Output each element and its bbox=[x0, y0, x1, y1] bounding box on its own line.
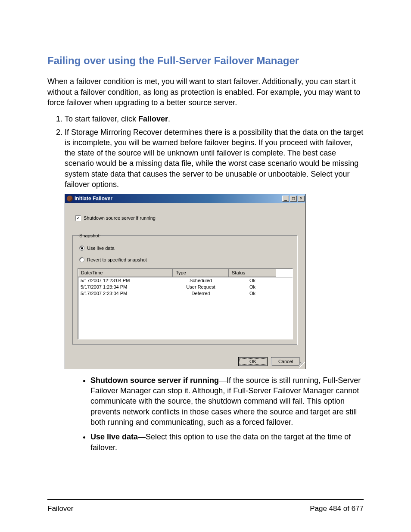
bullet-use-live-data: Use live data—Select this option to use … bbox=[90, 432, 364, 453]
use-live-data-radio[interactable] bbox=[79, 246, 84, 251]
option-bullets: Shutdown source server if running—If the… bbox=[65, 375, 364, 453]
col-datetime[interactable]: Date/Time bbox=[78, 269, 173, 277]
snapshot-list-header: Date/Time Type Status bbox=[78, 269, 293, 277]
use-live-data-radio-row[interactable]: Use live data bbox=[79, 245, 293, 252]
list-item[interactable]: 5/17/2007 1:23:04 PM User Request Ok bbox=[78, 284, 293, 290]
step-2: If Storage Mirroring Recover determines … bbox=[65, 127, 364, 453]
snapshot-list[interactable]: Date/Time Type Status 5/17/2007 12:23:04… bbox=[78, 268, 293, 339]
cell-type: Deferred bbox=[173, 290, 229, 297]
cell-datetime: 5/17/2007 1:23:04 PM bbox=[78, 284, 173, 290]
cell-type: Scheduled bbox=[173, 277, 229, 284]
step-1: To start failover, click Failover. bbox=[65, 114, 364, 124]
footer-left: Failover bbox=[47, 504, 73, 514]
cell-datetime: 5/17/2007 2:23:04 PM bbox=[78, 290, 173, 297]
step-2-text: If Storage Mirroring Recover determines … bbox=[65, 128, 363, 189]
snapshot-legend: Snapshot bbox=[78, 233, 101, 239]
revert-snapshot-radio-row[interactable]: Revert to specified snapshot bbox=[79, 257, 293, 263]
step-1-bold: Failover bbox=[138, 115, 168, 123]
ok-button[interactable]: OK bbox=[238, 357, 268, 366]
cell-datetime: 5/17/2007 12:23:04 PM bbox=[78, 277, 173, 284]
resize-grip-icon[interactable] bbox=[299, 362, 305, 368]
dialog-titlebar: Initiate Failover _ □ × bbox=[65, 194, 305, 203]
cell-status: Ok bbox=[229, 290, 276, 297]
use-live-data-label: Use live data bbox=[87, 245, 115, 252]
cell-status: Ok bbox=[229, 284, 276, 290]
page-footer: Failover Page 484 of 677 bbox=[47, 499, 364, 514]
minimize-button[interactable]: _ bbox=[282, 196, 289, 202]
list-item[interactable]: 5/17/2007 2:23:04 PM Deferred Ok bbox=[78, 290, 293, 297]
shutdown-checkbox-label: Shutdown source server if running bbox=[84, 215, 156, 221]
col-type[interactable]: Type bbox=[173, 269, 229, 277]
list-item[interactable]: 5/17/2007 12:23:04 PM Scheduled Ok bbox=[78, 277, 293, 284]
app-icon bbox=[67, 196, 73, 202]
shutdown-checkbox[interactable]: ✓ bbox=[75, 215, 81, 221]
cell-status: Ok bbox=[229, 277, 276, 284]
cancel-button[interactable]: Cancel bbox=[271, 357, 300, 366]
intro-paragraph: When a failover condition is met, you wi… bbox=[47, 76, 364, 108]
bullet-shutdown-term: Shutdown source server if running bbox=[90, 376, 219, 385]
page-heading: Failing over using the Full-Server Failo… bbox=[47, 54, 364, 68]
maximize-button[interactable]: □ bbox=[290, 196, 297, 202]
close-button[interactable]: × bbox=[298, 196, 305, 202]
cell-type: User Request bbox=[173, 284, 229, 290]
step-1-pre: To start failover, click bbox=[65, 115, 138, 123]
snapshot-group: Snapshot Use live data Revert to specifi… bbox=[73, 233, 298, 345]
steps-list: To start failover, click Failover. If St… bbox=[53, 114, 364, 453]
footer-right: Page 484 of 677 bbox=[310, 504, 364, 514]
bullet-shutdown: Shutdown source server if running—If the… bbox=[90, 375, 364, 427]
shutdown-checkbox-row[interactable]: ✓ Shutdown source server if running bbox=[75, 215, 298, 221]
step-1-post: . bbox=[168, 115, 170, 123]
dialog-title: Initiate Failover bbox=[75, 195, 282, 202]
revert-snapshot-radio[interactable] bbox=[79, 257, 84, 262]
col-status[interactable]: Status bbox=[229, 269, 276, 277]
revert-snapshot-label: Revert to specified snapshot bbox=[87, 257, 147, 263]
initiate-failover-dialog: Initiate Failover _ □ × ✓ Shutdown sourc… bbox=[65, 194, 306, 369]
bullet-live-term: Use live data bbox=[90, 432, 138, 441]
